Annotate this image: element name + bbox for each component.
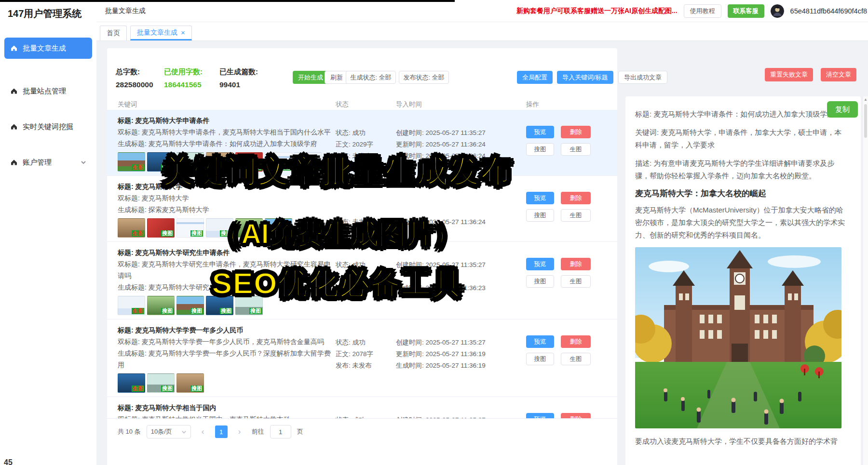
breadcrumb: 批量文章生成 [105, 7, 146, 15]
row-title: 标题: 麦克马斯特大学 [118, 181, 336, 192]
delete-button[interactable]: 删除 [561, 335, 591, 348]
preview-button[interactable]: 预览 [526, 192, 554, 204]
article-thumbnail[interactable]: 生图 [118, 218, 145, 238]
global-config-button[interactable]: 全局配置 [517, 71, 553, 84]
search-image-button[interactable]: 搜图 [526, 143, 554, 156]
article-thumbnail[interactable]: 搜图 [176, 152, 204, 172]
status-line [336, 271, 396, 282]
pagination-total: 共 10 条 [118, 427, 141, 436]
article-thumbnail[interactable]: 搜图 [206, 218, 233, 238]
search-image-badge: 搜图 [279, 164, 291, 171]
reset-failed-button[interactable]: 重置失败文章 [765, 68, 813, 81]
search-image-button[interactable]: 搜图 [526, 209, 554, 222]
promo-banner[interactable]: 新购套餐用户可联系客服赠送一万张AI原创生成配图... [516, 7, 678, 15]
clear-articles-button[interactable]: 清空文章 [821, 68, 856, 81]
generate-image-button[interactable]: 生图 [561, 209, 591, 222]
search-image-button[interactable]: 搜图 [526, 275, 554, 288]
copy-button[interactable]: 复制 [827, 101, 858, 118]
page-number-1[interactable]: 1 [215, 425, 228, 438]
article-thumbnail[interactable]: 生图 [118, 152, 145, 172]
generation-status-select[interactable]: 生成状态: 全部 [346, 71, 396, 84]
preview-button[interactable]: 预览 [526, 258, 554, 270]
keyword-cell: 标题: 麦克马斯特大学双标题: 麦克马斯特大学生成标题: 探索麦克马斯特大学生图… [118, 176, 336, 241]
generate-image-button[interactable]: 生图 [561, 275, 591, 288]
close-icon[interactable]: × [181, 29, 185, 36]
tab-batch-article[interactable]: 批量文章生成 × [130, 26, 192, 40]
page-size-select[interactable]: 10条/页 [147, 425, 191, 438]
article-thumbnail[interactable]: 搜图 [176, 373, 204, 393]
search-image-badge: 搜图 [161, 230, 174, 237]
sidebar-item-keyword-mining[interactable]: 实时关键词挖掘 [4, 116, 92, 137]
row-subtitle: 双标题: 麦克马斯特大学学费一年多少人民币，麦克马斯特含金量高吗 [118, 336, 336, 347]
delete-button[interactable]: 删除 [561, 126, 591, 138]
goto-page-input[interactable] [270, 425, 291, 438]
scroll-up-arrow-icon[interactable]: ▲ [864, 97, 868, 102]
import-keywords-button[interactable]: 导入关键词/标题 [557, 71, 613, 84]
article-thumbnail[interactable]: 搜图 [294, 152, 322, 172]
sidebar-item-account[interactable]: 账户管理 [4, 152, 92, 173]
time-cell: 创建时间: 2025-05-27 11:35:27更新时间: 2025-05-2… [396, 110, 526, 175]
home-icon [10, 123, 18, 131]
article-thumbnail[interactable]: 搜图 [147, 373, 175, 393]
main-area: 批量文章生成 新购套餐用户可联系客服赠送一万张AI原创生成配图... 使用教程 … [96, 0, 868, 465]
search-image-badge: 搜图 [190, 230, 203, 237]
scrollbar[interactable]: ▲ [863, 96, 868, 465]
stat-used-words: 已使用字数: 186441565 [164, 67, 203, 89]
table-row[interactable]: 标题: 麦克马斯特大学申请条件双标题: 麦克马斯特大学申请条件，麦克马斯特大学相… [107, 110, 617, 176]
article-thumbnail[interactable]: 生图 [118, 296, 145, 315]
refresh-button[interactable]: 刷新 [325, 71, 349, 84]
article-thumbnail[interactable]: 搜图 [147, 296, 175, 315]
preview-button[interactable]: 预览 [526, 126, 554, 138]
actions-cell: 预览删除搜图生图 [526, 319, 606, 397]
article-thumbnail[interactable]: 搜图 [265, 152, 292, 172]
article-thumbnail[interactable]: 搜图 [235, 152, 263, 172]
article-thumbnail[interactable]: 搜图 [176, 296, 204, 315]
publish-status-select[interactable]: 发布状态: 全部 [399, 71, 449, 84]
preview-heading: 麦克马斯特大学：加拿大名校的崛起 [635, 188, 847, 199]
article-thumbnail[interactable]: 搜图 [176, 218, 204, 238]
table-row[interactable]: 标题: 麦克马斯特大学研究生申请条件双标题: 麦克马斯特大学研究生申请条件，麦克… [107, 242, 617, 319]
prev-page-button[interactable]: ‹ [197, 425, 209, 438]
preview-button[interactable]: 预览 [526, 413, 554, 418]
table-row[interactable]: 标题: 麦克马斯特大学相当于国内双标题: 麦克马斯特大学相当于国内，麦克马斯特大… [107, 397, 617, 418]
generate-image-button[interactable]: 生图 [561, 143, 591, 156]
action-buttons: 预览删除搜图生图 [526, 335, 606, 365]
article-thumbnail[interactable]: 搜图 [235, 296, 263, 315]
tutorial-button[interactable]: 使用教程 [684, 4, 721, 18]
article-thumbnail[interactable]: 搜图 [147, 152, 175, 172]
time-line: 生成时间: 2025-05-27 11:36:19 [396, 360, 526, 372]
row-title: 标题: 麦克马斯特大学相当于国内 [118, 402, 336, 413]
article-thumbnail[interactable]: 搜图 [206, 152, 233, 172]
contact-support-button[interactable]: 联系客服 [728, 4, 764, 18]
generate-image-badge: 生图 [132, 308, 144, 314]
delete-button[interactable]: 删除 [561, 413, 591, 418]
article-thumbnail[interactable]: 搜图 [235, 218, 263, 238]
search-image-button[interactable]: 搜图 [526, 353, 554, 365]
search-image-badge: 搜图 [249, 164, 262, 171]
start-generate-button[interactable]: 开始生成 [293, 71, 328, 84]
article-thumbnail[interactable]: 生图 [118, 373, 145, 393]
search-image-badge: 搜图 [190, 385, 203, 392]
next-page-button[interactable]: › [233, 425, 246, 438]
article-thumbnail[interactable]: 搜图 [265, 218, 292, 238]
sidebar-item-batch-site[interactable]: 批量站点管理 [4, 80, 92, 102]
article-thumbnail[interactable]: 搜图 [206, 296, 233, 315]
avatar[interactable] [771, 4, 784, 18]
status-line: 状态: 成功 [336, 259, 396, 271]
delete-button[interactable]: 删除 [561, 258, 591, 270]
preview-button[interactable]: 预览 [526, 335, 554, 348]
stat-label: 已生成篇数: [219, 67, 258, 77]
actions-cell: 预览删除搜图生图 [526, 242, 606, 319]
sidebar-item-label: 批量站点管理 [23, 87, 66, 96]
table-row[interactable]: 标题: 麦克马斯特大学学费一年多少人民币双标题: 麦克马斯特大学学费一年多少人民… [107, 319, 617, 397]
table-row[interactable]: 标题: 麦克马斯特大学双标题: 麦克马斯特大学生成标题: 探索麦克马斯特大学生图… [107, 176, 617, 242]
sidebar-item-batch-article[interactable]: 批量文章生成 [4, 38, 92, 59]
article-thumbnail[interactable]: 搜图 [147, 218, 175, 238]
tab-home[interactable]: 首页 [100, 26, 127, 40]
video-artifact-text: 45 [4, 458, 13, 465]
scrollbar-thumb[interactable] [864, 104, 867, 138]
thumbnail-strip: 生图搜图搜图搜图搜图搜图搜图 [118, 152, 336, 172]
export-success-button[interactable]: 导出成功文章 [618, 71, 667, 84]
generate-image-button[interactable]: 生图 [561, 353, 591, 365]
delete-button[interactable]: 删除 [561, 192, 591, 204]
